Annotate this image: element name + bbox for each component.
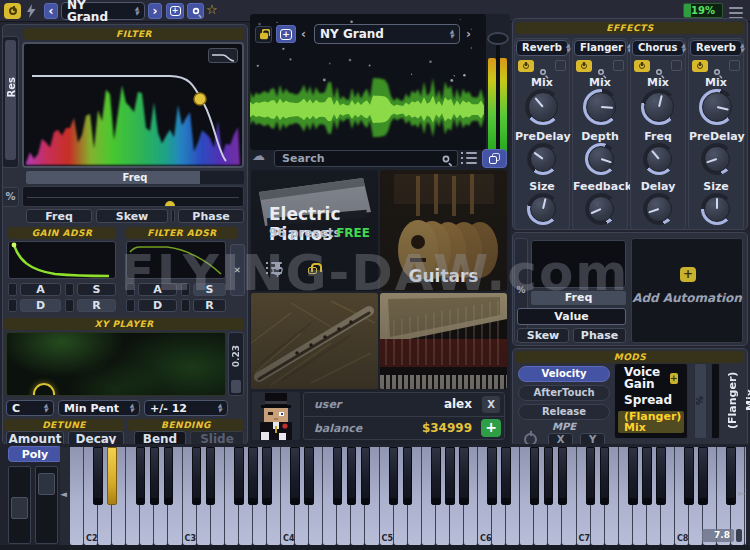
effect-preset-icon[interactable] [671, 60, 682, 71]
bolt-icon[interactable] [26, 4, 37, 19]
effect-type-select[interactable]: Reverb▲▼ [516, 40, 568, 56]
preset-select-browser[interactable]: NY Grand ▲▼ [314, 24, 460, 44]
power-button[interactable] [4, 3, 21, 19]
browser-tile-electric-pianos[interactable]: Electric Pianos 96 presets FREE [251, 170, 378, 291]
predelay-knob[interactable] [701, 143, 733, 175]
gain-adsr-display[interactable] [8, 241, 116, 279]
mod-amount-slider[interactable]: % [694, 363, 707, 439]
effect-power-button[interactable] [518, 60, 534, 72]
depth-knob[interactable] [585, 143, 617, 175]
mix-knob[interactable] [641, 89, 677, 125]
volume-fader[interactable] [488, 32, 508, 162]
root-note-select[interactable]: C▲▼ [6, 400, 54, 416]
gain-decay-button[interactable]: D [20, 299, 61, 312]
mod-item-spread[interactable]: Spread [618, 389, 684, 411]
cloud-icon[interactable]: ☁ [252, 148, 265, 163]
delay-knob[interactable] [643, 193, 675, 225]
xy-cursor[interactable] [33, 383, 55, 396]
mod-wheel[interactable] [35, 466, 58, 544]
fader-handle[interactable] [487, 32, 509, 45]
pitch-wheel[interactable] [8, 466, 31, 544]
feedback-knob[interactable] [585, 193, 617, 225]
piano-key-fs5[interactable] [431, 447, 441, 505]
piano-key-cs4[interactable] [290, 447, 300, 505]
microphone-icon[interactable] [271, 262, 283, 277]
xy-pad[interactable] [6, 332, 226, 396]
automation-value-field[interactable]: Value [517, 308, 626, 325]
piano-key-cs2[interactable] [93, 447, 103, 505]
piano-key-as5[interactable] [459, 447, 469, 505]
piano-key-as7[interactable] [656, 447, 666, 505]
avatar[interactable] [251, 392, 301, 440]
save-preset-button[interactable]: + [276, 25, 296, 43]
filter-attack-button[interactable]: A [138, 283, 177, 296]
mod-item-voice-gain[interactable]: Voice Gain + [618, 367, 684, 389]
effect-power-button[interactable] [692, 60, 708, 72]
add-balance-button[interactable]: + [481, 419, 501, 437]
size-knob[interactable] [527, 193, 559, 225]
piano-key-gs2[interactable] [150, 447, 160, 505]
browser-tile-harpsichord[interactable] [380, 293, 507, 389]
piano-key-gs5[interactable] [445, 447, 455, 505]
piano-key-as2[interactable] [164, 447, 174, 505]
scroll-left-icon[interactable]: ◄ [60, 489, 67, 499]
freq-knob[interactable] [643, 143, 675, 175]
tab-phase[interactable]: Phase [178, 209, 244, 223]
piano-key-gs7[interactable] [642, 447, 652, 505]
search-input[interactable]: Search [274, 150, 458, 167]
piano-key-cs8[interactable] [684, 447, 694, 505]
filter-spectrum-display[interactable] [22, 42, 244, 168]
browser-prev-button[interactable]: ‹ [301, 27, 306, 41]
effect-type-select[interactable]: Flanger▲▼ [574, 40, 626, 56]
piano-key-as4[interactable] [361, 447, 371, 505]
resonance-slider[interactable]: Res [2, 36, 19, 168]
piano-key-as6[interactable] [558, 447, 568, 505]
preset-select-topbar[interactable]: NY Grand ▲▼ [61, 2, 145, 20]
mix-knob[interactable] [583, 89, 619, 125]
add-preset-button[interactable]: + [166, 3, 184, 19]
mix-knob[interactable] [525, 89, 561, 125]
effect-power-button[interactable] [634, 60, 650, 72]
piano-key-ds2[interactable] [107, 447, 117, 505]
piano-key-ds8[interactable] [698, 447, 708, 505]
effect-preset-icon[interactable] [555, 60, 566, 71]
keyboard-zoom-handle[interactable] [736, 529, 742, 542]
tab-aftertouch[interactable]: AfterTouch [518, 385, 610, 401]
filter-freq-slider[interactable]: Freq [26, 171, 244, 184]
tile-lock-icon[interactable] [308, 267, 317, 274]
effect-search-icon[interactable] [598, 69, 604, 75]
piano-key-cs5[interactable] [389, 447, 399, 505]
tab-velocity[interactable]: Velocity [518, 366, 610, 382]
gain-attack-button[interactable]: A [20, 283, 61, 296]
add-automation-area[interactable]: + Add Automation [631, 238, 743, 343]
effect-power-button[interactable] [576, 60, 592, 72]
mod-curve-slider[interactable] [711, 363, 720, 439]
effect-preset-icon[interactable] [729, 60, 740, 71]
filter-type-button[interactable] [208, 48, 238, 63]
piano-key-ds7[interactable] [600, 447, 610, 505]
mod-handle[interactable] [165, 201, 175, 207]
filter-decay-button[interactable]: D [138, 299, 177, 312]
browser-next-button[interactable]: › [466, 27, 471, 41]
bend-range-select[interactable]: +/- 12▲▼ [144, 400, 228, 416]
size-knob[interactable] [701, 193, 733, 225]
browser-tile-flute[interactable] [251, 293, 378, 389]
effect-search-icon[interactable] [714, 69, 720, 75]
piano-key-gs6[interactable] [544, 447, 554, 505]
effect-preset-icon[interactable] [613, 60, 624, 71]
search-button[interactable] [187, 3, 204, 19]
piano-key-fs3[interactable] [234, 447, 244, 505]
piano-key-ds6[interactable] [501, 447, 511, 505]
piano-key-a8[interactable] [745, 447, 746, 545]
crossed-arrows-button[interactable]: + [230, 244, 245, 296]
effect-search-icon[interactable] [656, 69, 662, 75]
keyboard-zoom-value[interactable]: 7.8 [702, 529, 734, 542]
piano-key-ds5[interactable] [403, 447, 413, 505]
tab-skew[interactable]: Skew [96, 209, 168, 223]
effect-search-icon[interactable] [540, 69, 546, 75]
mod-item-flanger-mix[interactable]: (Flanger) Mix [618, 411, 684, 433]
piano-key-gs4[interactable] [347, 447, 357, 505]
filter-sustain-button[interactable]: S [193, 283, 226, 296]
piano-key-b1[interactable] [70, 447, 84, 545]
favorite-star-icon[interactable]: ☆ [206, 2, 218, 17]
